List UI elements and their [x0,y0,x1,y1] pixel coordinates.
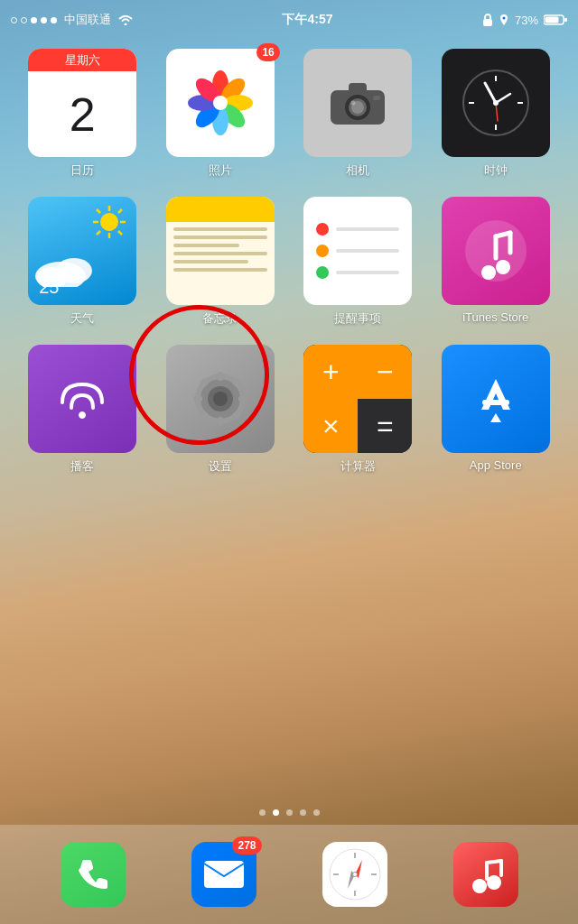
itunes-label: iTunes Store [462,310,528,324]
calendar-day-number: 2 [28,71,136,157]
app-appstore[interactable]: App Store [432,345,561,475]
app-settings[interactable]: 设置 [156,345,285,475]
signal-dot-5 [51,17,57,23]
page-dot-0[interactable] [259,809,266,816]
svg-rect-3 [564,18,567,22]
camera-label: 相机 [346,162,369,179]
music-icon [453,842,518,907]
svg-point-31 [100,213,118,231]
app-weather[interactable]: 25° 天气 [18,197,147,327]
status-left: 中国联通 [11,12,133,28]
music-svg [467,855,505,893]
app-reminders[interactable]: 提醒事项 [294,197,423,327]
dock-safari[interactable] [322,842,387,907]
svg-line-74 [487,861,501,863]
calendar-day-name: 星期六 [28,49,136,71]
svg-rect-15 [349,83,367,94]
reminders-label: 提醒事项 [334,310,381,327]
phone-svg [75,856,111,892]
app-podcasts[interactable]: 播客 [18,345,147,475]
notes-header [166,197,275,222]
appstore-label: App Store [470,458,522,472]
svg-point-13 [213,96,228,110]
svg-line-38 [118,209,122,213]
appstore-svg [463,366,528,431]
battery-icon [544,14,567,26]
dock-phone[interactable] [61,842,126,907]
location-icon [499,14,509,26]
svg-rect-4 [545,17,559,23]
signal-dot-3 [31,17,37,23]
page-dot-3[interactable] [300,809,306,816]
svg-point-71 [487,875,501,890]
page-dots [0,809,578,816]
mail-badge: 278 [232,836,261,855]
svg-point-69 [352,873,357,877]
calendar-label: 日历 [70,162,94,179]
safari-svg [328,847,382,901]
photos-label: 照片 [209,162,232,179]
svg-rect-52 [218,417,223,426]
weather-label: 天气 [70,310,94,327]
photos-pinwheel [184,67,256,139]
app-grid: 星期六 2 日历 [0,40,578,484]
svg-point-19 [351,101,356,106]
weather-icon: 25° [28,197,136,305]
app-clock[interactable]: 时钟 [432,49,561,179]
svg-point-70 [472,879,487,893]
page-dot-1[interactable] [273,809,279,816]
status-right: 73% [482,14,567,27]
podcasts-icon [28,345,136,453]
mail-svg [203,860,245,889]
calculator-icon: + − × = [303,345,412,453]
lock-icon [482,14,493,26]
settings-svg [184,363,256,435]
dock: 278 [0,825,578,924]
photos-icon [166,49,275,157]
notes-lines [166,222,275,305]
app-calendar[interactable]: 星期六 2 日历 [18,49,147,179]
calendar-icon: 星期六 2 [28,49,136,157]
clock-icon [442,49,550,157]
svg-point-1 [502,17,505,20]
svg-line-36 [97,209,100,213]
page-dot-4[interactable] [313,809,320,816]
svg-rect-54 [238,396,247,402]
reminders-icon [303,197,412,305]
camera-icon [303,49,412,157]
itunes-icon [442,197,550,305]
svg-point-30 [493,100,499,106]
calc-times: × [303,399,358,453]
signal-dot-1 [11,17,17,23]
calc-equal: = [358,399,412,453]
settings-icon [166,345,275,453]
svg-line-37 [118,231,122,235]
app-photos[interactable]: 16 照片 [156,49,285,179]
dock-mail[interactable]: 278 [191,842,256,907]
dock-music[interactable] [453,842,518,907]
notes-label: 备忘录 [202,310,238,327]
svg-line-39 [97,231,100,235]
podcasts-label: 播客 [70,458,94,475]
app-notes[interactable]: 备忘录 [156,197,285,327]
camera-svg [326,76,389,130]
itunes-svg [463,218,528,283]
calc-plus: + [303,345,358,399]
clock-label: 时钟 [484,162,508,179]
podcasts-svg [50,366,115,431]
app-itunes[interactable]: iTunes Store [432,197,561,327]
carrier-label: 中国联通 [64,12,111,28]
app-camera[interactable]: 相机 [294,49,423,179]
svg-rect-0 [483,19,492,26]
clock-svg [460,67,532,139]
app-calculator[interactable]: + − × = 计算器 [294,345,423,475]
signal-dot-2 [21,17,27,23]
appstore-icon [442,345,550,453]
calc-minus: − [358,345,412,399]
wifi-icon [118,14,133,25]
sun-svg [91,204,127,240]
battery-percent: 73% [515,14,538,27]
page-dot-2[interactable] [286,809,293,816]
calculator-label: 计算器 [340,458,376,475]
svg-rect-60 [204,861,244,888]
